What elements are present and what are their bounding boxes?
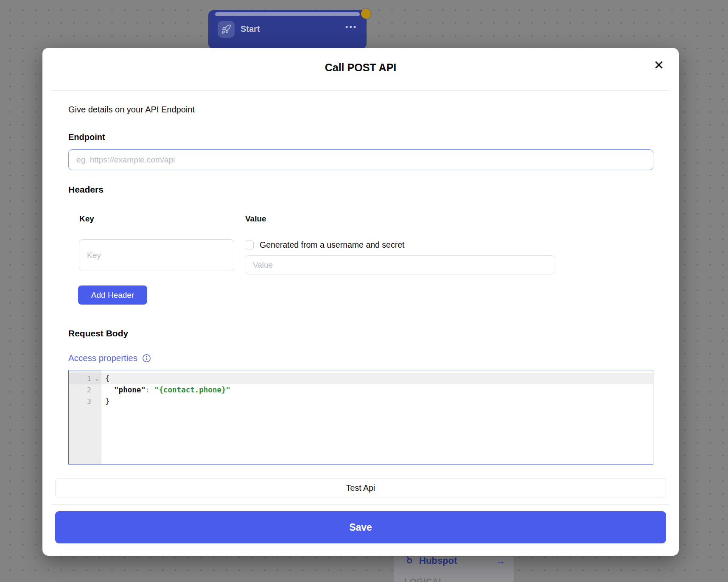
generated-checkbox[interactable] [245,241,254,249]
header-key-input[interactable] [79,239,234,271]
panel-item-label: Hubspot [419,557,457,566]
access-properties-link[interactable]: Access properties [68,353,137,363]
headers-heading: Headers [68,185,104,195]
panel-item-hubspot[interactable]: Hubspot → [394,557,514,568]
node-menu-icon[interactable]: ••• [345,23,357,32]
title-divider [51,90,670,91]
save-button[interactable]: Save [55,511,666,543]
call-post-api-modal: Call POST API ✕ Give details on your API… [42,48,679,556]
request-body-heading: Request Body [68,328,128,339]
header-value-input[interactable] [245,255,555,274]
panel-section-label: LOGICAL [394,577,514,582]
modal-subtitle: Give details on your API Endpoint [68,105,195,115]
generated-checkbox-label: Generated from a username and secret [260,240,404,250]
start-node-label: Start [241,24,260,34]
footer-divider [51,504,670,505]
app-window: Start ••• Hubspot → LOGICAL [0,0,728,582]
fold-caret-icon[interactable]: ⌄ [95,373,99,384]
test-api-button[interactable]: Test Api [55,478,666,498]
request-body-code-editor[interactable]: 1⌄{2 "phone": "{contact.phone}"3} [68,370,653,464]
key-column-label: Key [79,214,94,224]
node-top-bar [215,12,360,16]
code-editor-lines: 1⌄{2 "phone": "{contact.phone}"3} [69,370,653,407]
modal-title: Call POST API [42,62,679,74]
code-line: 3} [69,396,653,407]
add-header-button[interactable]: Add Header [78,285,147,305]
code-line: 2 "phone": "{contact.phone}" [69,384,653,396]
code-line: 1⌄{ [69,373,653,384]
value-column-label: Value [245,214,266,224]
start-node[interactable]: Start ••• [208,10,367,49]
endpoint-label: Endpoint [68,132,105,142]
arrow-right-icon: → [496,557,505,567]
hubspot-icon [403,557,414,567]
actions-panel: Hubspot → LOGICAL [394,557,514,582]
node-connector-port[interactable] [361,9,371,19]
endpoint-input[interactable] [68,149,653,170]
info-icon[interactable] [142,354,151,363]
access-properties-row: Access properties [68,353,151,363]
rocket-icon [218,21,235,38]
close-icon[interactable]: ✕ [651,57,667,73]
generated-credentials-row: Generated from a username and secret [245,239,404,250]
